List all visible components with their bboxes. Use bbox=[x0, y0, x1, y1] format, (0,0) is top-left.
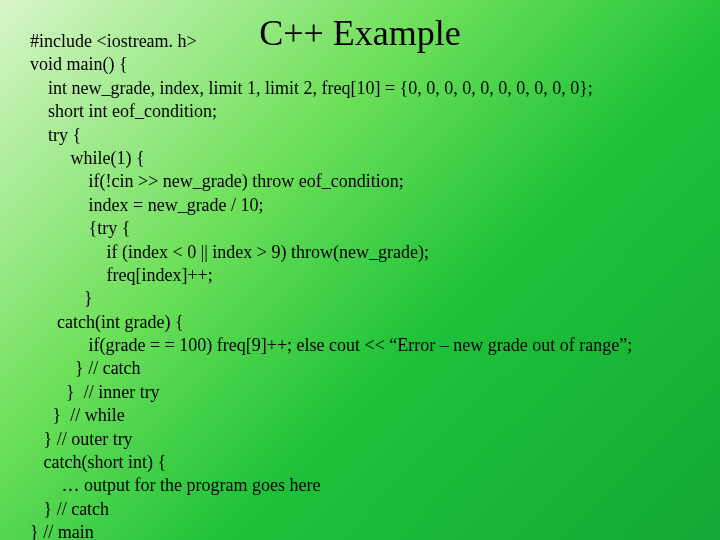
code-block: #include <iostream. h> void main() { int… bbox=[30, 30, 700, 540]
